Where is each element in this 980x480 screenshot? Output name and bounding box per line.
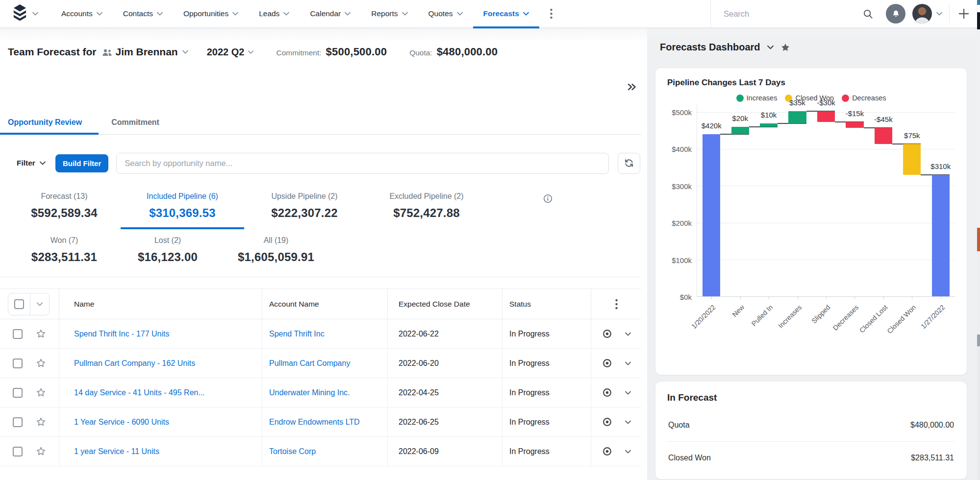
opportunity-link[interactable]: Spend Thrift Inc - 177 Units <box>74 330 169 338</box>
gridline <box>697 186 955 186</box>
waterfall-bar-1-20-2022[interactable] <box>703 134 720 296</box>
opportunity-search-input[interactable] <box>125 159 601 168</box>
nav-item-accounts[interactable]: Accounts <box>51 0 113 28</box>
nav-item-calendar[interactable]: Calendar <box>300 0 361 28</box>
eye-preview-icon[interactable] <box>602 387 612 398</box>
row-actions-cell <box>591 408 641 436</box>
star-icon[interactable] <box>36 329 46 339</box>
double-chevron-right-icon[interactable] <box>627 83 636 93</box>
forecast-period-selector[interactable]: 2022 Q2 <box>207 47 254 58</box>
tab-commitment[interactable]: Commitment <box>111 118 162 134</box>
account-link[interactable]: Endrow Endowments LTD <box>269 418 360 427</box>
forecast-user-selector[interactable]: Jim Brennan <box>116 46 188 58</box>
kebab-menu-icon[interactable] <box>615 299 618 310</box>
nav-item-contacts[interactable]: Contacts <box>113 0 173 28</box>
forecast-metrics: Forecast (13)$592,589.34Included Pipelin… <box>0 192 647 264</box>
opportunity-link[interactable]: Pullman Cart Company - 162 Units <box>74 359 195 368</box>
eye-preview-icon[interactable] <box>602 417 612 427</box>
chevron-down-icon[interactable] <box>625 332 631 336</box>
account-link[interactable]: Spend Thrift Inc <box>269 330 325 338</box>
dashboard-header: Forecasts Dashboard <box>655 42 967 53</box>
star-icon[interactable] <box>36 358 46 368</box>
tab-opportunity-review[interactable]: Opportunity Review <box>8 118 85 134</box>
star-icon[interactable] <box>36 387 46 398</box>
metric-upside-pipeline-2[interactable]: Upside Pipeline (2)$222,307.22 <box>244 192 365 229</box>
chevron-down-icon[interactable] <box>767 45 774 49</box>
search-icon[interactable] <box>863 9 873 19</box>
nav-item-opportunities[interactable]: Opportunities <box>173 0 249 28</box>
eye-preview-icon[interactable] <box>602 446 612 456</box>
legend-item-decreases[interactable]: Decreases <box>842 94 886 102</box>
row-checkbox[interactable] <box>13 417 23 427</box>
star-icon[interactable] <box>36 446 46 456</box>
nav-left-group: AccountsContactsOpportunitiesLeadsCalend… <box>0 0 558 27</box>
nav-item-forecasts[interactable]: Forecasts <box>473 0 539 28</box>
filter-dropdown[interactable]: Filter <box>8 159 50 168</box>
chevron-down-icon[interactable] <box>625 391 631 395</box>
chevron-down-icon[interactable] <box>936 12 942 16</box>
opportunity-name-cell: 1 year Service - 11 Units <box>59 437 262 466</box>
select-all-checkbox[interactable] <box>14 299 24 309</box>
account-name-cell: Endrow Endowments LTD <box>262 408 387 436</box>
waterfall-bar-slipped[interactable] <box>817 111 835 122</box>
opportunity-link[interactable]: 1 Year Service - 6090 Units <box>74 418 169 427</box>
account-link[interactable]: Tortoise Corp <box>269 447 316 456</box>
y-axis-tick-label: $100k <box>672 256 692 264</box>
metric-forecast-13[interactable]: Forecast (13)$592,589.34 <box>8 192 121 229</box>
legend-item-increases[interactable]: Increases <box>736 94 778 102</box>
row-checkbox[interactable] <box>13 359 23 368</box>
metric-included-pipeline-6[interactable]: Included Pipeline (6)$310,369.53 <box>121 192 244 229</box>
build-filter-button[interactable]: Build Filter <box>55 154 108 172</box>
account-name-cell: Underwater Mining Inc. <box>262 378 387 407</box>
nav-overflow-kebab-menu-icon[interactable] <box>544 8 558 19</box>
metric-excluded-pipeline-2[interactable]: Excluded Pipeline (2)$752,427.88 <box>365 192 488 229</box>
nav-item-label: Quotes <box>428 9 453 18</box>
star-filled-icon[interactable] <box>780 43 790 52</box>
metric-won-7[interactable]: Won (7)$283,511.31 <box>8 236 121 264</box>
opportunity-link[interactable]: 14 day Service - 41 Units - 495 Ren... <box>74 388 205 397</box>
info-icon[interactable] <box>543 194 553 229</box>
header-select-cell <box>0 289 59 319</box>
eye-preview-icon[interactable] <box>602 358 612 368</box>
waterfall-bar-pulled-in[interactable] <box>760 123 778 127</box>
metric-lost-2[interactable]: Lost (2)$16,123.00 <box>121 236 215 264</box>
waterfall-bar-new[interactable] <box>731 127 749 134</box>
chevron-down-icon[interactable] <box>625 420 631 424</box>
app-logo-menu[interactable] <box>12 4 38 24</box>
account-link[interactable]: Pullman Cart Company <box>269 359 350 368</box>
row-checkbox[interactable] <box>13 388 23 398</box>
opportunity-link[interactable]: 1 year Service - 11 Units <box>74 447 159 456</box>
nav-item-leads[interactable]: Leads <box>249 0 300 28</box>
chevron-down-icon[interactable] <box>625 450 631 454</box>
expected-close-date-cell: 2022-06-09 <box>387 437 502 466</box>
team-users-icon <box>102 48 112 57</box>
column-header-status[interactable]: Status <box>502 289 591 319</box>
user-avatar[interactable] <box>912 4 932 24</box>
global-search-input[interactable] <box>724 9 863 19</box>
forecast-period: 2022 Q2 <box>207 47 245 58</box>
column-header-expected-close-date[interactable]: Expected Close Date <box>387 289 502 319</box>
nav-item-reports[interactable]: Reports <box>361 0 418 28</box>
account-link[interactable]: Underwater Mining Inc. <box>269 388 350 397</box>
x-axis-tick-label: Pulled In <box>750 303 775 328</box>
waterfall-bar-decreases[interactable] <box>846 122 863 127</box>
waterfall-bar-closed-lost[interactable] <box>875 128 892 144</box>
column-header-name[interactable]: Name <box>59 289 262 319</box>
bar-value-label: $420k <box>697 121 726 130</box>
waterfall-bar-closed-won[interactable] <box>903 144 921 174</box>
column-header-account-name[interactable]: Account Name <box>262 289 387 319</box>
notifications-bell-icon[interactable] <box>886 4 905 24</box>
waterfall-bar-1-27-2022[interactable] <box>932 175 950 296</box>
star-icon[interactable] <box>36 417 46 427</box>
row-checkbox[interactable] <box>13 447 23 456</box>
chevron-down-icon[interactable] <box>30 302 49 306</box>
metric-all-19[interactable]: All (19)$1,605,059.91 <box>215 236 337 264</box>
primary-nav-items: AccountsContactsOpportunitiesLeadsCalend… <box>51 0 539 28</box>
row-checkbox[interactable] <box>13 329 23 339</box>
add-plus-icon[interactable] <box>958 8 969 19</box>
eye-preview-icon[interactable] <box>602 329 612 339</box>
refresh-icon[interactable] <box>618 153 640 174</box>
waterfall-bar-increases[interactable] <box>788 111 806 123</box>
chevron-down-icon[interactable] <box>625 361 631 365</box>
nav-item-quotes[interactable]: Quotes <box>418 0 473 28</box>
